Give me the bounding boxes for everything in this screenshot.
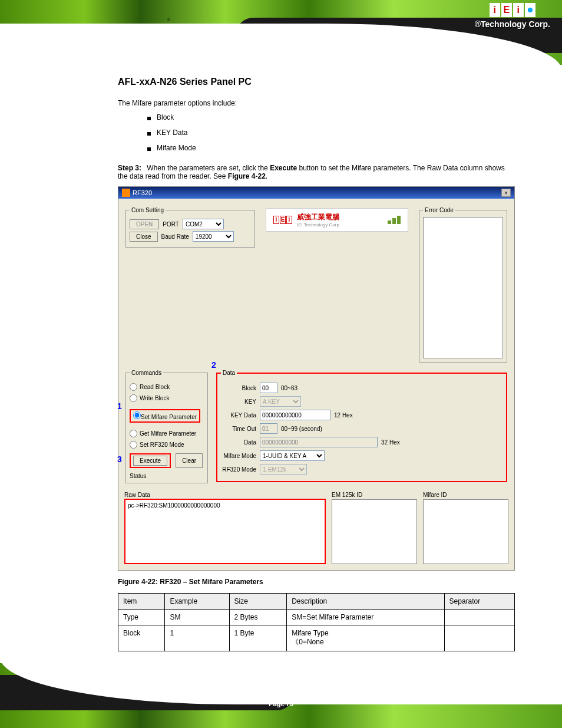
cell: SM=Set Mifare Parameter	[287, 610, 444, 625]
product-title: AFL-xxA-N26 Series Panel PC	[118, 77, 515, 87]
mifare-mode-label: Mifare Mode	[221, 453, 256, 459]
brand-logo: iEi ®Technology Corp.	[475, 3, 550, 29]
annotation-1: 1	[117, 401, 122, 411]
radio-label: Write Block	[140, 395, 169, 401]
window-titlebar: RF320 ×	[118, 187, 514, 199]
iei-logo-icon: iEi	[273, 216, 292, 224]
intro-text: The Mifare parameter options include:	[118, 99, 515, 107]
data-input	[260, 437, 378, 447]
parameter-table: Item Example Size Description Separator …	[118, 593, 515, 651]
timeout-hint: 00~99 (second)	[281, 426, 322, 432]
bullet-text: KEY Data	[157, 129, 187, 137]
data-group: Data Block 00~63 KEY A KEY KEY Data 12 H…	[216, 370, 507, 482]
bullet-icon	[147, 147, 151, 151]
cell: SM	[165, 610, 229, 625]
baud-select[interactable]: 19200	[193, 231, 234, 242]
bullet-text: Block	[157, 113, 174, 121]
commands-group: Commands Read Block Write Block Set Mifa…	[125, 370, 208, 483]
rf320-mode-select: 1-EM12k	[260, 464, 307, 475]
data-label: Data	[221, 439, 256, 446]
th-item: Item	[118, 594, 165, 610]
bullet-icon	[147, 117, 151, 120]
close-button[interactable]: Close	[130, 232, 158, 242]
em-id-label: EM 125k ID	[332, 492, 417, 498]
port-label: PORT	[163, 221, 179, 228]
group-label: Commands	[130, 370, 163, 376]
annotation-3: 3	[117, 454, 122, 464]
key-label: KEY	[221, 398, 256, 405]
raw-data-label: Raw Data	[124, 492, 326, 498]
keydata-label: KEY Data	[221, 412, 256, 419]
clear-button[interactable]: Clear	[176, 453, 203, 468]
figure-caption: Figure 4-22: RF320 – Set Mifare Paramete…	[118, 578, 515, 586]
error-area	[423, 217, 503, 358]
radio-label: Get Mifare Parameter	[140, 430, 196, 437]
group-label: Com Setting	[130, 207, 166, 213]
page-content: AFL-xxA-N26 Series Panel PC The Mifare p…	[118, 77, 515, 651]
raw-data-value: pc->RF320:SM1000000000000000	[128, 502, 220, 509]
set-mifare-radio[interactable]	[133, 411, 141, 419]
com-setting-group: Com Setting OPEN PORT COM2 Close Baud Ra…	[125, 207, 255, 248]
th-example: Example	[165, 594, 229, 610]
header-graphic: iEi ®Technology Corp.	[0, 0, 562, 83]
brand-cn: 威強工業電腦	[297, 212, 340, 222]
set-rf320-radio[interactable]	[130, 441, 137, 449]
brand-en: IEI Technology Corp.	[297, 222, 340, 228]
app-icon	[122, 189, 130, 197]
group-label: Data	[221, 370, 237, 376]
mifare-id-label: Mifare ID	[423, 492, 508, 498]
key-select: A KEY	[260, 396, 301, 407]
timeout-label: Time Out	[221, 426, 256, 432]
mifare-mode-select[interactable]: 1-UUID & KEY A	[260, 450, 325, 461]
open-button[interactable]: OPEN	[130, 219, 159, 229]
error-code-group: Error Code	[419, 207, 507, 363]
cell: Type	[118, 610, 165, 625]
radio-label: Read Block	[140, 384, 170, 390]
rf320-mode-label: RF320 Mode	[221, 466, 256, 473]
cell: 2 Bytes	[229, 610, 287, 625]
bullet-text: Mifare Mode	[157, 144, 196, 152]
read-block-radio[interactable]	[130, 383, 137, 391]
em-id-area	[332, 499, 417, 564]
keydata-hint: 12 Hex	[334, 412, 353, 419]
annotation-2: 2	[211, 360, 216, 370]
figure-ref: Figure 4-22	[228, 172, 266, 180]
keydata-input[interactable]	[260, 410, 330, 420]
radio-label: Set Mifare Parameter	[141, 414, 197, 420]
data-hint: 32 Hex	[381, 439, 400, 446]
step-text: When the parameters are set, click the	[147, 164, 270, 172]
page-number: Page 73	[269, 700, 293, 707]
close-icon[interactable]: ×	[501, 189, 511, 197]
cell	[444, 610, 514, 625]
timeout-input	[260, 423, 277, 434]
baud-label: Baud Rate	[161, 233, 189, 240]
block-input[interactable]	[260, 383, 277, 393]
bars-icon	[388, 216, 401, 224]
execute-button[interactable]: Execute	[133, 456, 167, 466]
block-hint: 00~63	[281, 385, 297, 391]
step-prefix: Step 3:	[118, 164, 141, 172]
window-title: RF320	[133, 189, 152, 196]
execute-ref: Execute	[270, 164, 297, 172]
brand-tagline: Technology Corp.	[481, 19, 550, 29]
th-sep: Separator	[444, 594, 514, 610]
step-text: .	[266, 172, 267, 180]
status-label: Status	[130, 473, 204, 479]
app-screenshot: RF320 × Com Setting OPEN PORT COM2 Close…	[118, 186, 515, 571]
radio-label: Set RF320 Mode	[140, 442, 184, 448]
raw-data-area: pc->RF320:SM1000000000000000	[124, 499, 326, 564]
get-mifare-radio[interactable]	[130, 430, 137, 437]
write-block-radio[interactable]	[130, 394, 137, 402]
brand-panel: iEi 威強工業電腦 IEI Technology Corp.	[262, 205, 412, 235]
mifare-id-area	[423, 499, 508, 564]
port-select[interactable]: COM2	[183, 219, 224, 229]
th-size: Size	[229, 594, 287, 610]
th-desc: Description	[287, 594, 444, 610]
block-label: Block	[221, 385, 256, 391]
footer-graphic	[0, 645, 562, 728]
group-label: Error Code	[423, 207, 455, 213]
table-row: Type SM 2 Bytes SM=Set Mifare Parameter	[118, 610, 515, 625]
bullet-icon	[147, 132, 151, 136]
